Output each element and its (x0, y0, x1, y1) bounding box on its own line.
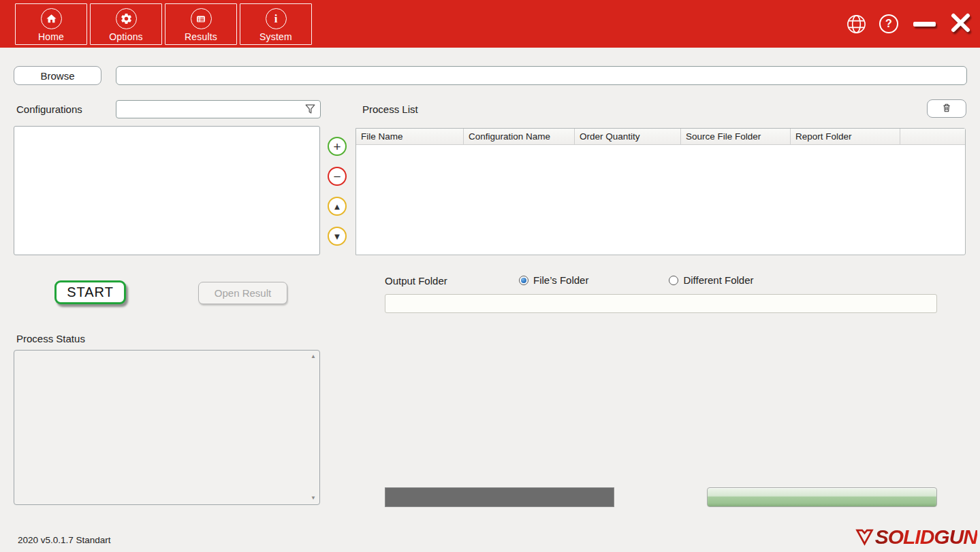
radio-different-folder-circle[interactable] (669, 276, 678, 285)
main-tabs: Home Options Results (15, 3, 312, 46)
version-text: 2020 v5.0.1.7 Standart (18, 535, 111, 545)
tab-results-label: Results (185, 31, 217, 42)
status-scrollbar[interactable]: ▲ ▼ (308, 351, 319, 504)
configuration-filter (116, 100, 321, 118)
output-folder-label: Output Folder (385, 275, 447, 287)
tab-system-label: System (259, 31, 292, 42)
add-button[interactable]: + (328, 137, 347, 156)
scroll-up-icon[interactable]: ▲ (311, 354, 316, 359)
home-icon (41, 8, 62, 29)
browse-button[interactable]: Browse (14, 66, 101, 85)
file-path-input[interactable] (116, 66, 967, 85)
tab-options[interactable]: Options (90, 3, 162, 45)
brand-check-icon (855, 526, 874, 549)
column-configuration-name[interactable]: Configuration Name (464, 129, 575, 144)
radio-files-folder-label: File’s Folder (533, 274, 588, 286)
move-down-button[interactable]: ▼ (328, 227, 347, 246)
language-globe-icon[interactable] (846, 14, 867, 35)
filter-icon[interactable] (304, 103, 317, 118)
remove-button[interactable]: − (328, 167, 347, 186)
configurations-listbox[interactable] (14, 126, 320, 255)
tab-options-label: Options (109, 31, 143, 42)
process-list-header: File Name Configuration Name Order Quant… (356, 129, 965, 145)
tab-results[interactable]: Results (165, 3, 237, 45)
column-report-folder[interactable]: Report Folder (791, 129, 900, 144)
column-source-file-folder[interactable]: Source File Folder (681, 129, 791, 144)
up-arrow-icon: ▲ (333, 202, 342, 211)
column-order-quantity[interactable]: Order Quantity (575, 129, 681, 144)
output-folder-input[interactable] (385, 294, 937, 313)
open-result-button[interactable]: Open Result (198, 282, 287, 304)
process-status-label: Process Status (16, 333, 85, 344)
info-glyph: i (274, 12, 278, 26)
window-controls: ? (846, 0, 970, 48)
delete-button[interactable] (927, 99, 966, 118)
tab-home[interactable]: Home (15, 3, 87, 45)
process-list-label: Process List (362, 103, 418, 115)
info-icon: i (266, 8, 287, 29)
configurations-label: Configurations (16, 103, 82, 115)
configuration-filter-input[interactable] (116, 100, 321, 118)
radio-files-folder[interactable]: File’s Folder (519, 274, 588, 286)
down-arrow-icon: ▼ (333, 232, 342, 241)
close-button[interactable] (951, 13, 970, 35)
tab-home-label: Home (38, 31, 64, 42)
title-bar: Home Options Results (0, 0, 980, 48)
plus-icon: + (333, 140, 341, 153)
minimize-button[interactable] (913, 22, 936, 27)
column-extra (900, 129, 965, 144)
radio-different-folder-label: Different Folder (683, 274, 753, 286)
trash-icon (941, 102, 952, 116)
radio-different-folder[interactable]: Different Folder (669, 274, 753, 286)
brand-name: SOLIDGUN (875, 525, 977, 549)
column-file-name[interactable]: File Name (356, 129, 464, 144)
output-folder-options: File’s Folder Different Folder (519, 274, 754, 286)
tab-system[interactable]: i System (240, 3, 312, 45)
start-button[interactable]: START (54, 280, 126, 304)
radio-files-folder-circle[interactable] (519, 276, 528, 285)
list-icon (191, 8, 212, 29)
scroll-down-icon[interactable]: ▼ (311, 496, 316, 501)
process-list-table[interactable]: File Name Configuration Name Order Quant… (355, 128, 966, 255)
help-icon[interactable]: ? (879, 14, 898, 33)
brand-logo: SOLIDGUN (855, 525, 977, 549)
gear-icon (116, 8, 137, 29)
progress-bar-dark (385, 487, 614, 507)
progress-bar-green (707, 487, 937, 507)
minus-icon: − (333, 170, 341, 183)
process-status-textarea[interactable]: ▲ ▼ (14, 350, 320, 505)
move-up-button[interactable]: ▲ (328, 197, 347, 216)
